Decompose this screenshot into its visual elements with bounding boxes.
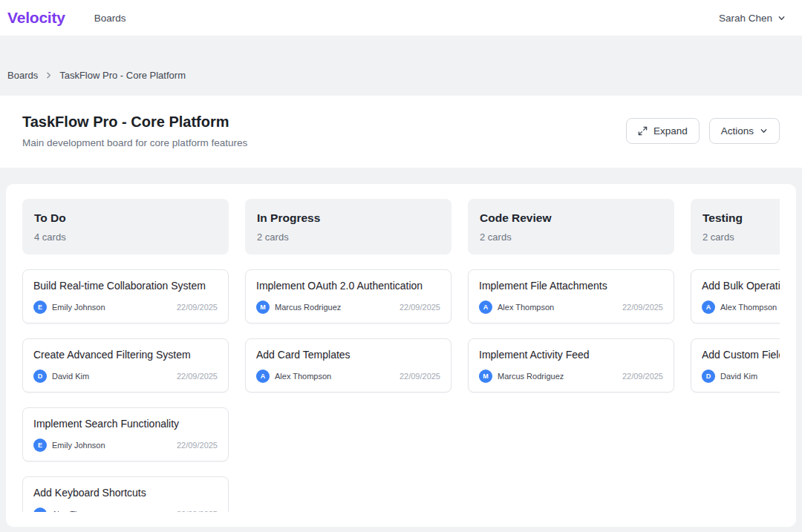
column-cards: Implement File Attachments A Alex Thomps… [468,269,674,393]
board-card[interactable]: Build Real-time Collaboration System E E… [22,269,229,324]
card-title: Add Keyboard Shortcuts [33,487,218,499]
card-footer: A Alex Thompson 22/09/2025 [256,370,440,383]
avatar: E [33,301,47,314]
card-assignee: E Emily Johnson [33,439,105,452]
nav-boards-link[interactable]: Boards [94,13,126,24]
board-card[interactable]: Add Keyboard Shortcuts A Alex Thompson 2… [22,476,229,512]
app-logo[interactable]: Velocity [7,9,65,27]
card-footer: A Alex Thompson 22/09/2025 [479,301,663,314]
assignee-name: Alex Thompson [52,510,108,512]
expand-button-label: Expand [653,125,688,137]
header-actions: Expand Actions [626,118,780,144]
card-title: Add Card Templates [256,349,440,361]
avatar: E [33,439,47,452]
board-card[interactable]: Add Card Templates A Alex Thompson 22/09… [245,338,451,393]
chevron-down-icon [777,14,786,22]
card-due-date: 22/09/2025 [622,372,663,381]
avatar: A [33,508,47,512]
assignee-name: Marcus Rodriguez [275,303,341,312]
card-assignee: A Alex Thompson [33,508,108,512]
column-card-count: 2 cards [257,231,440,243]
card-title: Create Advanced Filtering System [33,349,218,361]
board-card[interactable]: Implement Search Functionality E Emily J… [22,407,229,462]
breadcrumb-item-boards[interactable]: Boards [7,70,38,81]
actions-button[interactable]: Actions [709,118,780,144]
card-due-date: 22/09/2025 [177,441,218,450]
topbar: Velocity Boards Sarah Chen [0,0,802,36]
avatar: A [702,301,715,314]
board-column-to-do: To Do 4 cards Build Real-time Collaborat… [22,199,229,512]
column-header: In Progress 2 cards [245,199,451,254]
card-title: Add Custom Fields [702,349,780,361]
column-cards: Build Real-time Collaboration System E E… [22,269,229,512]
card-footer: E Emily Johnson 22/09/2025 [33,301,218,314]
assignee-name: Alex Thompson [498,303,554,312]
card-assignee: M Marcus Rodriguez [256,301,341,314]
column-header: Testing 2 cards [691,199,780,254]
card-assignee: D David Kim [33,370,89,383]
assignee-name: Emily Johnson [52,303,105,312]
assignee-name: Emily Johnson [52,441,105,450]
assignee-name: David Kim [52,372,89,381]
card-title: Build Real-time Collaboration System [33,280,218,292]
column-header: Code Review 2 cards [468,199,674,254]
expand-icon [638,126,648,136]
breadcrumb: Boards TaskFlow Pro - Core Platform [0,36,802,96]
column-card-count: 2 cards [702,231,780,243]
card-assignee: M Marcus Rodriguez [479,370,564,383]
card-title: Implement File Attachments [479,280,663,292]
column-title: Testing [702,211,780,225]
column-title: In Progress [257,211,440,225]
board-card[interactable]: Implement File Attachments A Alex Thomps… [468,269,674,324]
card-due-date: 22/09/2025 [177,372,218,381]
board-card[interactable]: Create Advanced Filtering System D David… [22,338,229,393]
breadcrumb-item-current: TaskFlow Pro - Core Platform [59,70,186,81]
board-column-in-progress: In Progress 2 cards Implement OAuth 2.0 … [245,199,451,512]
card-assignee: D David Kim [702,370,757,383]
card-assignee: A Alex Thompson [702,301,777,314]
avatar: A [479,301,492,314]
board-card[interactable]: Add Custom Fields D David Kim 22/09/2025 [691,338,780,393]
board-panel: To Do 4 cards Build Real-time Collaborat… [6,184,796,527]
board-column-code-review: Code Review 2 cards Implement File Attac… [468,199,674,512]
column-title: Code Review [480,211,662,225]
board-card[interactable]: Add Bulk Operations A Alex Thompson 22/0… [691,269,780,324]
chevron-right-icon [45,71,53,79]
card-footer: D David Kim 22/09/2025 [33,370,218,383]
card-title: Add Bulk Operations [702,280,780,292]
avatar: A [256,370,270,383]
chevron-down-icon [760,127,768,135]
card-footer: M Marcus Rodriguez 22/09/2025 [479,370,663,383]
card-due-date: 22/09/2025 [177,303,218,312]
card-due-date: 22/09/2025 [400,372,440,381]
card-title: Implement Activity Feed [479,349,663,361]
assignee-name: David Kim [720,372,757,381]
avatar: D [702,370,715,383]
card-footer: A Alex Thompson 22/09/2025 [702,301,780,314]
card-footer: E Emily Johnson 22/09/2025 [33,439,218,452]
column-cards: Add Bulk Operations A Alex Thompson 22/0… [691,269,780,393]
avatar: D [33,370,47,383]
card-due-date: 22/09/2025 [400,303,440,312]
card-title: Implement Search Functionality [33,418,218,430]
user-name: Sarah Chen [719,13,772,24]
board-card[interactable]: Implement Activity Feed M Marcus Rodrigu… [468,338,674,393]
user-menu[interactable]: Sarah Chen [719,13,786,24]
expand-button[interactable]: Expand [626,118,700,144]
board-columns: To Do 4 cards Build Real-time Collaborat… [22,199,780,512]
card-footer: M Marcus Rodriguez 22/09/2025 [256,301,440,314]
assignee-name: Alex Thompson [275,372,331,381]
board-card[interactable]: Implement OAuth 2.0 Authentication M Mar… [245,269,451,324]
card-due-date: 22/09/2025 [622,303,663,312]
assignee-name: Alex Thompson [720,303,777,312]
actions-button-label: Actions [721,125,754,137]
column-header: To Do 4 cards [22,199,229,254]
column-title: To Do [34,211,217,225]
column-card-count: 4 cards [34,231,217,243]
avatar: M [256,301,270,314]
card-title: Implement OAuth 2.0 Authentication [256,280,440,292]
card-footer: A Alex Thompson 22/09/2025 [33,508,218,512]
assignee-name: Marcus Rodriguez [498,372,564,381]
topbar-nav: Boards [94,11,126,24]
page-header: TaskFlow Pro - Core Platform Main develo… [0,96,802,168]
